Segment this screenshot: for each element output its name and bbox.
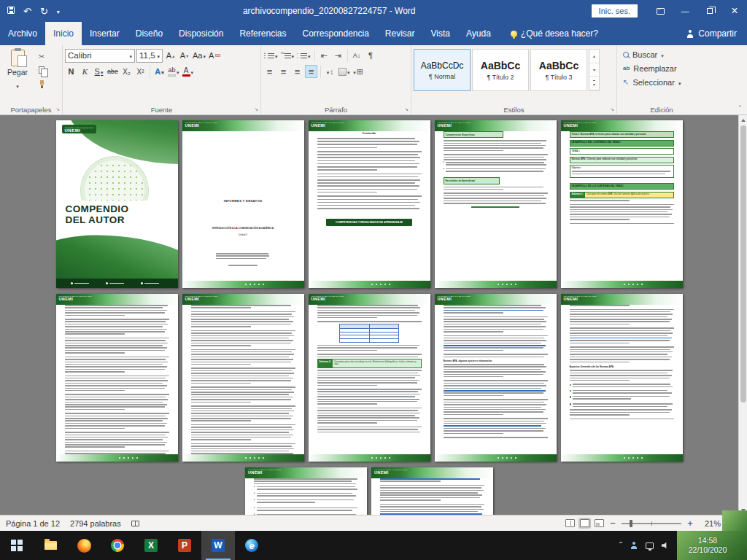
font-size-select[interactable]: 11,5 xyxy=(136,49,163,63)
scroll-up-arrow[interactable] xyxy=(739,115,747,125)
tray-people-icon[interactable] xyxy=(630,542,638,549)
taskbar-powerpoint[interactable] xyxy=(168,531,201,560)
sort-button[interactable]: A↓ xyxy=(351,49,363,62)
taskbar-file-explorer[interactable] xyxy=(34,531,67,560)
tray-expand-chevron-icon[interactable] xyxy=(619,539,622,552)
multilevel-list-button[interactable] xyxy=(296,49,311,62)
bullets-button[interactable] xyxy=(263,49,279,62)
share-button[interactable]: Compartir xyxy=(676,22,747,45)
change-case-button[interactable]: Aa xyxy=(192,49,206,62)
borders-button[interactable] xyxy=(352,65,365,78)
redo-button[interactable] xyxy=(40,6,48,17)
superscript-button[interactable]: X² xyxy=(134,65,147,78)
paste-button[interactable]: Pegar xyxy=(2,47,33,104)
restore-button[interactable] xyxy=(697,0,722,22)
font-name-select[interactable]: Calibri xyxy=(65,49,135,63)
zoom-out-button[interactable]: − xyxy=(609,518,616,529)
taskbar-firefox[interactable] xyxy=(67,531,101,560)
style-normal[interactable]: AaBbCcDc ¶ Normal xyxy=(414,49,471,91)
tab-insertar[interactable]: Insertar xyxy=(82,22,128,45)
justify-button[interactable] xyxy=(305,65,317,78)
shading-button[interactable] xyxy=(338,65,351,78)
decrease-indent-button[interactable] xyxy=(318,49,330,62)
styles-dialog-launcher[interactable] xyxy=(608,107,614,113)
clear-formatting-button[interactable]: A xyxy=(208,49,221,62)
grow-font-button[interactable]: A xyxy=(164,49,177,62)
minimize-button[interactable] xyxy=(673,0,697,22)
replace-button[interactable]: Reemplazar xyxy=(623,61,704,75)
document-page-5[interactable]: UNIVERSIDAD ESTATAL DE MILAGRO UNEMI Tem… xyxy=(561,120,683,288)
taskbar-excel[interactable] xyxy=(134,531,168,560)
taskbar-chrome[interactable] xyxy=(101,531,134,560)
select-button[interactable]: Seleccionar xyxy=(623,75,704,89)
document-page-6[interactable]: UNIVERSIDAD ESTATAL DE MILAGRO UNEMI xyxy=(56,294,178,462)
show-paragraph-marks-button[interactable]: ¶ xyxy=(365,49,377,62)
document-page-10[interactable]: UNIVERSIDAD ESTATAL DE MILAGRO UNEMI Asp… xyxy=(561,294,683,462)
highlight-color-button[interactable]: ab xyxy=(167,65,180,78)
proofing-status[interactable] xyxy=(131,521,139,526)
tab-vista[interactable]: Vista xyxy=(423,22,458,45)
web-layout-button[interactable] xyxy=(595,519,604,527)
document-page-7[interactable]: UNIVERSIDAD ESTATAL DE MILAGRO UNEMI xyxy=(182,294,304,462)
tab-diseno[interactable]: Diseño xyxy=(128,22,171,45)
styles-scroll-down-button[interactable] xyxy=(589,63,599,77)
underline-button[interactable]: S xyxy=(93,65,105,78)
page-indicator[interactable]: Página 1 de 12 xyxy=(6,519,60,528)
start-button[interactable] xyxy=(0,531,34,560)
paragraph-dialog-launcher[interactable] xyxy=(403,107,409,113)
scrollbar-thumb[interactable] xyxy=(740,125,746,402)
line-spacing-button[interactable] xyxy=(324,65,336,78)
document-page-12[interactable]: UNIVERSIDAD ESTATAL DE MILAGRO UNEMI xyxy=(371,467,493,515)
styles-scroll-up-button[interactable] xyxy=(589,50,599,63)
find-button[interactable]: Buscar xyxy=(623,47,704,61)
copy-button[interactable] xyxy=(35,64,48,76)
font-dialog-launcher[interactable] xyxy=(252,107,258,113)
document-page-9[interactable]: UNIVERSIDAD ESTATAL DE MILAGRO UNEMI Nor… xyxy=(435,294,557,462)
tab-correspondencia[interactable]: Correspondencia xyxy=(294,22,376,45)
document-page-3[interactable]: UNIVERSIDAD ESTATAL DE MILAGRO UNEMI Con… xyxy=(309,120,430,288)
tray-display-icon[interactable] xyxy=(646,542,654,549)
zoom-slider-thumb[interactable] xyxy=(630,520,632,527)
read-mode-button[interactable] xyxy=(565,519,575,527)
subscript-button[interactable]: X₂ xyxy=(120,65,133,78)
text-effects-button[interactable]: A xyxy=(153,65,166,78)
cut-button[interactable] xyxy=(35,50,48,62)
align-left-button[interactable] xyxy=(263,65,276,78)
numbering-button[interactable] xyxy=(280,49,295,62)
clipboard-dialog-launcher[interactable] xyxy=(54,107,60,113)
document-page-8[interactable]: UNIVERSIDAD ESTATAL DE MILAGRO UNEMI xyxy=(309,294,430,462)
document-page-1[interactable]: UNIVERSIDAD ESTATAL DE MILAGRO UNEMI COM… xyxy=(56,120,178,288)
font-color-button[interactable]: A xyxy=(182,65,195,78)
zoom-slider[interactable] xyxy=(622,523,681,524)
document-page-2[interactable]: UNIVERSIDAD ESTATAL DE MILAGRO UNEMI INF… xyxy=(182,120,304,288)
italic-button[interactable]: K xyxy=(79,65,91,78)
strikethrough-button[interactable]: abe xyxy=(107,65,119,78)
collapse-ribbon-button[interactable] xyxy=(739,105,741,113)
align-center-button[interactable] xyxy=(277,65,290,78)
bold-button[interactable]: N xyxy=(65,65,77,78)
styles-gallery-expand-button[interactable] xyxy=(589,77,599,90)
customize-quick-access-button[interactable] xyxy=(57,6,60,16)
tab-referencias[interactable]: Referencias xyxy=(231,22,294,45)
tray-volume-icon[interactable] xyxy=(662,542,670,549)
sign-in-button[interactable]: Inic. ses. xyxy=(592,4,638,18)
taskbar-edge[interactable] xyxy=(235,531,268,560)
increase-indent-button[interactable] xyxy=(332,49,344,62)
word-count[interactable]: 2794 palabras xyxy=(70,519,121,528)
tell-me-box[interactable]: ¿Qué desea hacer? xyxy=(511,22,598,45)
undo-button[interactable] xyxy=(23,6,31,17)
style-titulo-3[interactable]: AaBbCc ¶ Título 3 xyxy=(530,49,587,91)
align-right-button[interactable] xyxy=(291,65,303,78)
taskbar-word[interactable] xyxy=(201,531,235,560)
vertical-scrollbar[interactable] xyxy=(738,115,747,515)
zoom-level[interactable]: 21% xyxy=(699,519,721,528)
tab-archivo[interactable]: Archivo xyxy=(0,22,45,45)
tab-inicio[interactable]: Inicio xyxy=(45,22,82,45)
taskbar-clock[interactable]: 14:58 22/10/2020 xyxy=(689,536,727,555)
print-layout-button[interactable] xyxy=(580,519,589,527)
tab-revisar[interactable]: Revisar xyxy=(377,22,423,45)
close-button[interactable] xyxy=(722,0,747,22)
ribbon-display-options-button[interactable] xyxy=(648,0,673,22)
tab-disposicion[interactable]: Disposición xyxy=(171,22,231,45)
tab-ayuda[interactable]: Ayuda xyxy=(458,22,499,45)
